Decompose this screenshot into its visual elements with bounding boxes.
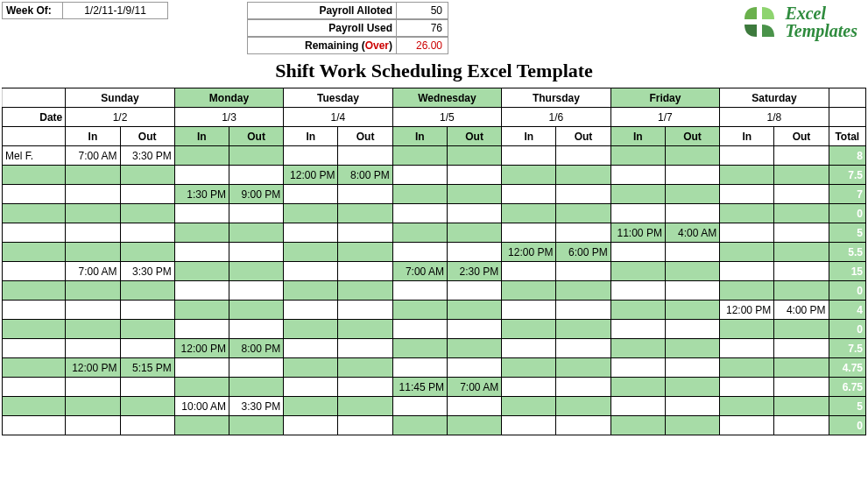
time-cell[interactable]	[338, 243, 392, 262]
time-cell[interactable]	[174, 146, 229, 166]
time-cell[interactable]	[229, 243, 283, 262]
time-cell[interactable]	[338, 301, 392, 320]
payroll-alloted-value[interactable]: 50	[396, 2, 448, 19]
time-cell[interactable]	[284, 204, 338, 223]
time-cell[interactable]: 8:00 PM	[229, 339, 283, 358]
time-cell[interactable]	[120, 185, 174, 204]
time-cell[interactable]	[774, 146, 829, 166]
time-cell[interactable]	[720, 281, 774, 301]
time-cell[interactable]	[447, 243, 501, 262]
time-cell[interactable]	[720, 358, 774, 378]
time-cell[interactable]	[665, 378, 719, 397]
time-cell[interactable]	[284, 281, 338, 301]
time-cell[interactable]	[338, 185, 392, 204]
time-cell[interactable]	[774, 262, 829, 281]
date-value[interactable]: 1/7	[610, 108, 719, 127]
time-cell[interactable]: 12:00 PM	[502, 243, 556, 262]
time-cell[interactable]: 2:30 PM	[447, 262, 501, 281]
time-cell[interactable]	[392, 204, 447, 223]
date-value[interactable]: 1/5	[392, 108, 501, 127]
employee-name[interactable]	[3, 204, 66, 223]
time-cell[interactable]: 3:30 PM	[229, 397, 283, 416]
time-cell[interactable]	[392, 166, 447, 185]
time-cell[interactable]: 12:00 PM	[174, 339, 229, 358]
time-cell[interactable]	[338, 320, 392, 339]
time-cell[interactable]	[665, 166, 719, 185]
time-cell[interactable]	[392, 281, 447, 301]
employee-name[interactable]	[3, 378, 66, 397]
time-cell[interactable]	[338, 146, 392, 166]
time-cell[interactable]	[284, 301, 338, 320]
time-cell[interactable]	[665, 146, 719, 166]
employee-name[interactable]	[3, 185, 66, 204]
time-cell[interactable]	[120, 320, 174, 339]
time-cell[interactable]	[284, 243, 338, 262]
time-cell[interactable]: 7:00 AM	[66, 262, 120, 281]
time-cell[interactable]	[174, 416, 229, 435]
time-cell[interactable]	[610, 146, 665, 166]
time-cell[interactable]	[338, 358, 392, 378]
time-cell[interactable]	[120, 243, 174, 262]
time-cell[interactable]	[774, 416, 829, 435]
time-cell[interactable]	[502, 185, 556, 204]
time-cell[interactable]	[665, 243, 719, 262]
time-cell[interactable]	[720, 397, 774, 416]
time-cell[interactable]	[447, 301, 501, 320]
time-cell[interactable]	[392, 185, 447, 204]
time-cell[interactable]	[120, 416, 174, 435]
time-cell[interactable]	[774, 185, 829, 204]
time-cell[interactable]	[229, 166, 283, 185]
time-cell[interactable]	[392, 320, 447, 339]
time-cell[interactable]	[774, 320, 829, 339]
employee-name[interactable]	[3, 358, 66, 378]
time-cell[interactable]	[720, 204, 774, 223]
time-cell[interactable]	[447, 397, 501, 416]
time-cell[interactable]	[665, 320, 719, 339]
time-cell[interactable]	[447, 185, 501, 204]
time-cell[interactable]	[120, 378, 174, 397]
time-cell[interactable]	[610, 262, 665, 281]
time-cell[interactable]	[174, 223, 229, 243]
time-cell[interactable]	[229, 223, 283, 243]
time-cell[interactable]	[665, 262, 719, 281]
time-cell[interactable]	[502, 146, 556, 166]
time-cell[interactable]	[665, 204, 719, 223]
time-cell[interactable]	[174, 166, 229, 185]
time-cell[interactable]	[774, 397, 829, 416]
time-cell[interactable]	[447, 146, 501, 166]
time-cell[interactable]: 7:00 AM	[392, 262, 447, 281]
time-cell[interactable]	[392, 416, 447, 435]
time-cell[interactable]	[392, 301, 447, 320]
employee-name[interactable]	[3, 281, 66, 301]
time-cell[interactable]: 5:15 PM	[120, 358, 174, 378]
time-cell[interactable]	[284, 223, 338, 243]
time-cell[interactable]: 7:00 AM	[66, 146, 120, 166]
time-cell[interactable]	[665, 358, 719, 378]
date-value[interactable]: 1/6	[502, 108, 610, 127]
time-cell[interactable]	[284, 146, 338, 166]
time-cell[interactable]	[338, 204, 392, 223]
employee-name[interactable]	[3, 243, 66, 262]
time-cell[interactable]	[720, 378, 774, 397]
time-cell[interactable]	[665, 185, 719, 204]
time-cell[interactable]	[774, 358, 829, 378]
time-cell[interactable]	[447, 166, 501, 185]
time-cell[interactable]	[556, 204, 610, 223]
employee-name[interactable]	[3, 397, 66, 416]
time-cell[interactable]	[720, 262, 774, 281]
time-cell[interactable]	[392, 358, 447, 378]
time-cell[interactable]	[610, 166, 665, 185]
time-cell[interactable]	[610, 301, 665, 320]
time-cell[interactable]: 11:00 PM	[610, 223, 665, 243]
employee-name[interactable]: Mel F.	[3, 146, 66, 166]
time-cell[interactable]	[66, 204, 120, 223]
time-cell[interactable]	[720, 166, 774, 185]
time-cell[interactable]	[720, 339, 774, 358]
time-cell[interactable]	[120, 301, 174, 320]
time-cell[interactable]: 10:00 AM	[174, 397, 229, 416]
time-cell[interactable]	[556, 185, 610, 204]
time-cell[interactable]	[338, 378, 392, 397]
time-cell[interactable]	[66, 416, 120, 435]
time-cell[interactable]	[174, 301, 229, 320]
time-cell[interactable]	[665, 281, 719, 301]
